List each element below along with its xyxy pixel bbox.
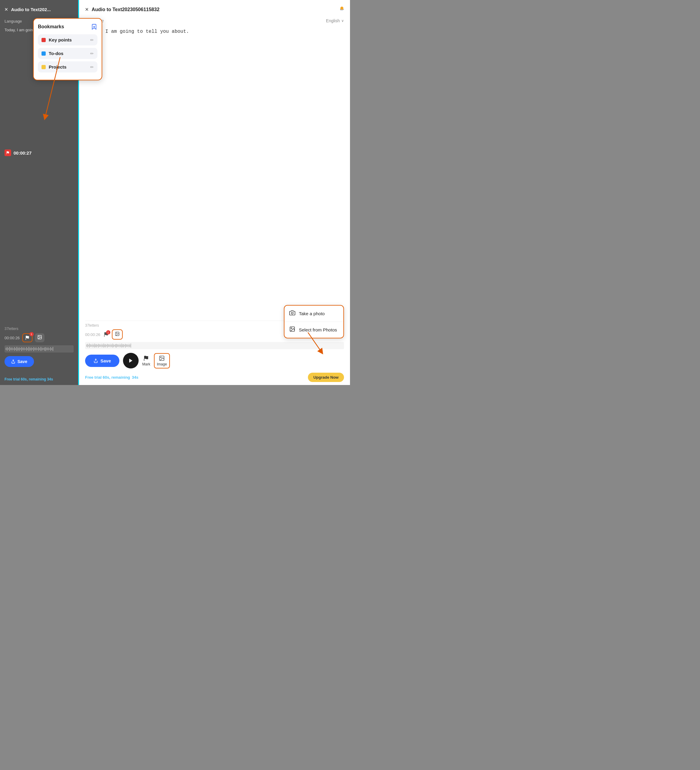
left-close-button[interactable]: × — [5, 6, 8, 13]
bookmarks-popup: Bookmarks Key points ✏ To-dos — [33, 18, 102, 80]
take-photo-option[interactable]: Take a photo — [285, 306, 343, 322]
key-points-edit-icon[interactable]: ✏ — [90, 37, 94, 42]
right-free-trial-row: Free trial 60s, remaining 34s Upgrade No… — [85, 373, 344, 382]
chevron-down-icon: ∨ — [341, 19, 344, 23]
waveform-inner — [5, 347, 55, 351]
svg-point-16 — [291, 328, 292, 329]
bookmark-item-projects[interactable]: Projects ✏ — [38, 61, 97, 73]
svg-point-7 — [39, 336, 39, 337]
right-save-button[interactable]: Save — [85, 354, 120, 367]
todos-label: To-dos — [49, 51, 63, 56]
bookmark-item-todos[interactable]: To-dos ✏ — [38, 48, 97, 59]
right-header: × Audio to Text20230506115832 ✏ — [85, 6, 344, 13]
right-waveform — [85, 342, 344, 349]
red-flag-badge — [5, 149, 11, 156]
play-icon — [128, 358, 134, 363]
projects-label: Projects — [49, 65, 66, 70]
play-button[interactable] — [123, 353, 139, 369]
left-letters-count: 37letters — [5, 327, 74, 331]
right-share-icon — [94, 359, 98, 363]
svg-point-14 — [291, 312, 293, 314]
left-save-label: Save — [18, 359, 27, 364]
right-save-label: Save — [100, 358, 111, 363]
mark-label: Mark — [142, 362, 150, 366]
todos-edit-icon[interactable]: ✏ — [90, 51, 94, 56]
share-icon — [11, 359, 15, 364]
left-lang-label: Language — [5, 19, 22, 23]
left-header: × Audio to Text202... — [5, 6, 74, 13]
right-transcript: Today, I am going to tell you about. — [85, 28, 344, 320]
right-image-icon-top — [115, 332, 120, 336]
left-save-button[interactable]: Save — [5, 356, 34, 367]
camera-icon — [289, 310, 295, 317]
right-language-row: Language English ∨ — [85, 18, 344, 23]
left-bottom-controls: 00:00:26 1 — [5, 333, 74, 342]
left-timestamp-row: 00:00:27 — [5, 149, 74, 156]
svg-marker-20 — [129, 359, 133, 363]
left-remaining-time: 34s — [47, 377, 53, 382]
bookmark-projects-left: Projects — [42, 65, 66, 70]
image-btn-icon — [159, 355, 165, 361]
right-lang-value-text: English — [326, 18, 340, 23]
flag-badge: 1 — [29, 332, 34, 336]
image-button[interactable]: Image — [154, 353, 170, 369]
todos-dot — [42, 52, 46, 56]
bookmark-item-keypoints[interactable]: Key points ✏ — [38, 34, 97, 45]
left-flag-button[interactable]: 1 — [22, 333, 32, 342]
bookmarks-title: Bookmarks — [38, 24, 64, 29]
right-time-label: 00:00:26 — [85, 332, 100, 337]
svg-point-13 — [116, 333, 117, 333]
select-photos-option[interactable]: Select from Photos — [285, 322, 343, 338]
right-close-button[interactable]: × — [85, 6, 89, 13]
photo-popup: Take a photo Select from Photos — [284, 305, 344, 338]
right-flag-button[interactable]: 1 — [103, 332, 109, 337]
left-panel: × Audio to Text202... Language Today, I … — [0, 0, 78, 385]
mark-button[interactable]: Mark — [142, 355, 150, 366]
right-image-btn-top[interactable] — [112, 329, 123, 340]
image-icon — [37, 335, 42, 340]
take-photo-label: Take a photo — [299, 311, 325, 316]
right-panel: × Audio to Text20230506115832 ✏ Language… — [78, 0, 350, 385]
bookmark-todos-left: To-dos — [42, 51, 63, 56]
flag-icon — [25, 335, 30, 340]
projects-dot — [42, 65, 46, 69]
bottom-action-row: Save Mark Image — [85, 353, 344, 369]
select-photos-label: Select from Photos — [299, 327, 337, 332]
image-label: Image — [157, 362, 167, 366]
upgrade-button[interactable]: Upgrade Now — [308, 373, 344, 382]
bookmark-key-points-left: Key points — [42, 37, 72, 42]
add-bookmark-button[interactable] — [91, 23, 97, 30]
key-points-label: Key points — [49, 37, 72, 42]
right-free-trial-text: Free trial 60s, remaining — [85, 375, 130, 380]
mark-flag-icon — [143, 355, 149, 361]
right-remaining-time: 34s — [132, 375, 139, 380]
left-image-button[interactable] — [35, 333, 45, 342]
orange-dot — [340, 6, 343, 10]
photos-icon — [289, 326, 295, 333]
left-free-trial: Free trial 60s, remaining 34s — [5, 377, 53, 382]
svg-point-23 — [160, 357, 162, 358]
key-points-dot — [42, 38, 46, 42]
right-flag-badge: 1 — [106, 330, 110, 335]
bookmarks-header: Bookmarks — [38, 23, 97, 30]
projects-edit-icon[interactable]: ✏ — [90, 65, 94, 70]
left-title: Audio to Text202... — [11, 7, 51, 12]
left-bottom: 37letters 00:00:26 1 — [5, 327, 74, 367]
right-lang-selector[interactable]: English ∨ — [326, 18, 344, 23]
right-title: Audio to Text20230506115832 — [92, 7, 337, 12]
free-trial-text: Free trial 60s, remaining — [5, 377, 46, 382]
left-waveform — [5, 345, 74, 353]
timestamp-text: 00:00:27 — [13, 150, 32, 155]
left-time-label: 00:00:26 — [5, 336, 20, 340]
right-bottom: 37letters 00:00:26 1 — [85, 320, 344, 385]
